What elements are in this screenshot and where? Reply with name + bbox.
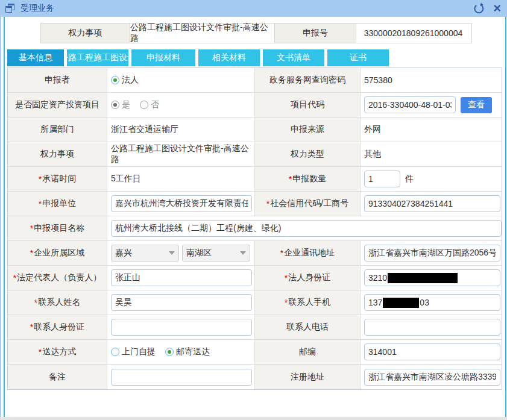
contact-id-label: *联系人身份证 (8, 315, 107, 339)
fixed-asset-radio-no: 否 (140, 99, 159, 110)
required-marker: * (13, 273, 16, 283)
content-panel: 权力事项 公路工程施工图设计文件审批-高速公路 申报号 330000201809… (4, 17, 506, 417)
applicant-option-label: 法人 (122, 75, 139, 86)
required-marker: * (30, 224, 33, 233)
required-marker: * (39, 174, 42, 184)
form-row-legal-person: *法定代表人（负责人） *法人身份证 3210 (8, 266, 502, 290)
promise-time-value: 5工作日 (107, 167, 255, 191)
contact-phone-input[interactable] (364, 319, 500, 336)
form-row-remark: 备注 注册地址 (8, 365, 502, 389)
fixed-asset-yes-label: 是 (122, 99, 130, 110)
query-password-value: 575380 (361, 68, 502, 92)
postcode-label: 邮编 (255, 340, 361, 364)
power-type-label: 权力类型 (255, 142, 361, 166)
query-password-label: 政务服务网查询密码 (255, 68, 361, 92)
tab-construction-drawing[interactable]: 公路工程施工图设计 (67, 49, 128, 66)
project-code-label: 项目代码 (255, 93, 361, 117)
tab-bar: 基本信息 公路工程施工图设计 申报材料 相关材料 文书清单 证书 (7, 49, 505, 66)
region-city-select[interactable]: 嘉兴 (111, 245, 179, 262)
required-marker: * (30, 322, 33, 332)
reg-address-input[interactable] (364, 369, 500, 386)
header-summary-bar: 权力事项 公路工程施工图设计文件审批-高速公路 申报号 330000201809… (40, 23, 472, 43)
radio-checked-icon[interactable] (111, 76, 119, 84)
radio-disabled-checked-icon (111, 101, 119, 109)
project-code-input[interactable] (364, 96, 456, 113)
tab-application-materials[interactable]: 申报材料 (131, 49, 195, 66)
company-address-input[interactable] (364, 245, 500, 262)
remark-input[interactable] (111, 369, 252, 386)
applicant-radio-legal-person[interactable]: 法人 (111, 75, 139, 86)
department-value: 浙江省交通运输厅 (107, 118, 255, 142)
quantity-input[interactable] (364, 171, 400, 187)
required-marker: * (266, 199, 269, 208)
region-district-select[interactable]: 南湖区 (182, 245, 250, 262)
contact-mobile-input[interactable]: 137 03 (364, 294, 500, 311)
project-name-input[interactable] (111, 220, 502, 237)
contact-name-input[interactable] (111, 294, 252, 311)
required-marker: * (285, 273, 288, 283)
credit-code-input[interactable] (364, 195, 500, 212)
project-name-label: *申报项目名称 (8, 216, 107, 240)
required-marker: * (285, 298, 288, 307)
form-row-contact-id: *联系人身份证 联系人电话 (8, 315, 502, 340)
quantity-label: *申报数量 (255, 167, 361, 191)
contact-mobile-visible-suffix: 03 (420, 298, 429, 307)
region-label: *企业所属区域 (8, 241, 107, 265)
promise-time-label: *承诺时间 (8, 167, 107, 191)
contact-mobile-label: *联系人手机 (255, 290, 361, 315)
radio-checked-icon[interactable] (165, 348, 174, 356)
accept-business-window: 受理业务 × 权力事项 公路工程施工图设计文件审批-高速公路 申报号 33000… (0, 0, 507, 420)
fixed-asset-no-label: 否 (151, 99, 159, 110)
required-marker: * (30, 248, 33, 258)
power-type-value: 其他 (361, 142, 502, 166)
fixed-asset-label: 是否固定资产投资项目 (8, 93, 107, 117)
source-value: 外网 (361, 118, 502, 142)
apply-no-header-value: 330000201809261000004 (356, 24, 470, 43)
apply-unit-input[interactable] (111, 195, 252, 212)
form-row-power-item: 权力事项 公路工程施工图设计文件审批-高速公路 权力类型 其他 (8, 142, 502, 167)
close-icon[interactable]: × (493, 2, 501, 14)
delivery-radio-pickup[interactable]: 上门自提 (111, 346, 156, 357)
required-marker: * (289, 174, 292, 184)
legal-person-input[interactable] (111, 269, 252, 286)
tab-document-list[interactable]: 文书清单 (263, 49, 324, 66)
window-restore-icon (5, 3, 16, 14)
tab-basic-info[interactable]: 基本信息 (7, 49, 64, 66)
required-marker: * (34, 298, 37, 307)
legal-id-input[interactable]: 3210 (364, 269, 500, 286)
tab-certificate[interactable]: 证书 (327, 49, 389, 66)
region-city-value: 嘉兴 (115, 248, 132, 259)
chevron-down-icon (240, 251, 246, 255)
refresh-icon[interactable] (473, 2, 485, 14)
radio-unchecked-icon[interactable] (111, 348, 119, 356)
contact-id-input[interactable] (111, 319, 252, 336)
title-bar: 受理业务 × (0, 0, 507, 17)
region-district-value: 南湖区 (186, 248, 212, 259)
delivery-pickup-label: 上门自提 (122, 346, 156, 357)
required-marker: * (280, 248, 283, 258)
delivery-mail-label: 邮寄送达 (176, 346, 210, 357)
window-title: 受理业务 (20, 3, 54, 14)
company-address-label: *企业通讯地址 (255, 241, 361, 265)
form-row-apply-unit: *申报单位 *社会信用代码/工商号 (8, 192, 502, 216)
legal-id-label: *法人身份证 (255, 266, 361, 290)
redaction-bar (383, 298, 419, 308)
remark-label: 备注 (8, 365, 107, 389)
tab-related-materials[interactable]: 相关材料 (198, 49, 260, 66)
required-marker: * (39, 199, 42, 208)
delivery-radio-mail[interactable]: 邮寄送达 (165, 346, 210, 357)
required-marker: * (39, 347, 42, 357)
contact-name-label: *联系人姓名 (8, 290, 107, 315)
apply-no-header-label: 申报号 (275, 24, 356, 43)
radio-disabled-icon (140, 101, 148, 109)
postcode-input[interactable] (364, 343, 500, 360)
basic-info-form: 申报者 法人 政务服务网查询密码 575380 是否固定资产投资项目 (7, 67, 502, 390)
form-row-department: 所属部门 浙江省交通运输厅 申报来源 外网 (8, 118, 502, 142)
credit-code-label: *社会信用代码/工商号 (255, 192, 361, 216)
view-button[interactable]: 查看 (461, 97, 492, 113)
contact-mobile-visible-prefix: 137 (368, 298, 382, 307)
apply-unit-label: *申报单位 (8, 192, 107, 216)
form-row-delivery: *送达方式 上门自提 邮寄送达 邮编 (8, 340, 502, 365)
window-frame-bottom (0, 417, 507, 420)
power-item-header-value: 公路工程施工图设计文件审批-高速公路 (130, 24, 275, 43)
